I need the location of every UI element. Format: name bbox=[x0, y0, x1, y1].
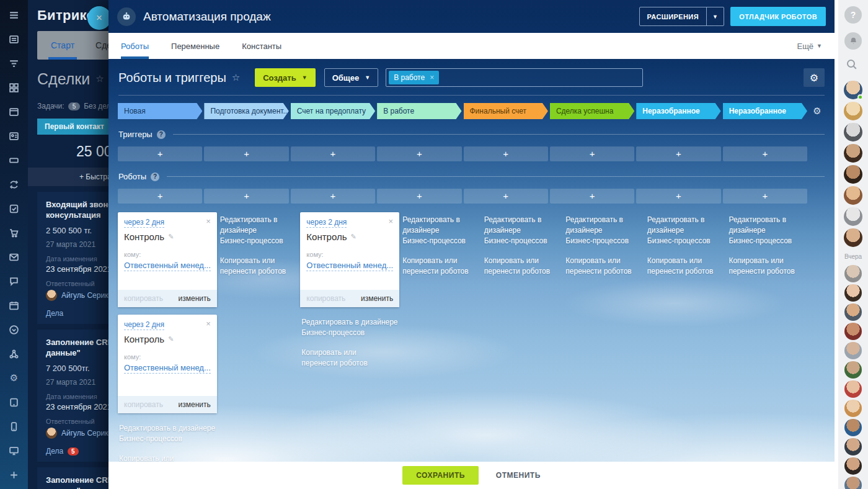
deal-title[interactable]: Входящий звонок, первичная консультация bbox=[46, 199, 108, 220]
user-avatar[interactable] bbox=[844, 380, 862, 398]
robot-delay-link[interactable]: через 2 дня bbox=[124, 320, 164, 330]
user-avatar[interactable] bbox=[844, 81, 862, 99]
robot-card[interactable]: через 2 дня× Контроль✎ кому: Отвественны… bbox=[118, 315, 217, 413]
delete-robot-icon[interactable]: × bbox=[389, 218, 394, 225]
user-avatar[interactable] bbox=[844, 342, 862, 359]
feed-icon[interactable] bbox=[8, 33, 20, 45]
responsible-name[interactable]: Айгуль Серикбаева bbox=[61, 291, 108, 300]
tasks-icon[interactable] bbox=[8, 202, 20, 215]
tab-constants[interactable]: Константы bbox=[242, 33, 281, 59]
stage-chip[interactable]: Подготовка документ... bbox=[204, 103, 288, 119]
filter-search-input[interactable]: В работе× bbox=[386, 68, 643, 87]
copy-or-move-link[interactable]: Копировать или bbox=[565, 256, 643, 266]
network-icon[interactable] bbox=[8, 348, 20, 360]
close-slider-button[interactable]: × bbox=[87, 6, 111, 30]
user-avatar[interactable] bbox=[844, 186, 862, 205]
delete-robot-icon[interactable]: × bbox=[206, 320, 211, 328]
help-icon[interactable]: ? bbox=[157, 130, 166, 139]
contacts-icon[interactable] bbox=[8, 130, 20, 142]
extensions-button[interactable]: РАСШИРЕНИЯ ▼ bbox=[639, 7, 725, 26]
menu-icon[interactable] bbox=[8, 9, 20, 21]
help-button[interactable]: ? bbox=[844, 6, 862, 24]
filter-icon[interactable] bbox=[8, 57, 20, 70]
user-avatar[interactable] bbox=[844, 323, 862, 340]
add-trigger-button[interactable]: + bbox=[204, 146, 288, 161]
add-trigger-button[interactable]: + bbox=[377, 146, 461, 161]
stages-settings-icon[interactable]: ⚙ bbox=[809, 103, 825, 119]
deal-card[interactable]: Заполнение CRM-формы "Контактные данные"… bbox=[37, 330, 108, 462]
more-menu[interactable]: Ещё▼ bbox=[797, 33, 822, 59]
user-avatar[interactable] bbox=[844, 457, 862, 475]
activities-link[interactable]: Дела bbox=[46, 447, 63, 455]
mobile-icon[interactable] bbox=[8, 420, 20, 433]
edit-in-designer-link[interactable]: Редактировать в дизайнере bbox=[728, 215, 806, 236]
add-robot-button[interactable]: + bbox=[464, 189, 548, 204]
responsible-name[interactable]: Айгуль Серикбаева bbox=[61, 429, 108, 437]
stage-chip[interactable]: Неразобранное bbox=[636, 103, 720, 119]
edit-pencil-icon[interactable]: ✎ bbox=[168, 233, 174, 241]
quick-deal-button[interactable]: + Быстрая bbox=[28, 168, 108, 186]
edit-in-designer-link[interactable]: Редактировать в дизайнере bbox=[647, 215, 725, 236]
deal-title[interactable]: Заполнение CRM-формы "Контактные данные" bbox=[46, 475, 108, 489]
remove-chip-icon[interactable]: × bbox=[430, 73, 434, 82]
robot-card[interactable]: через 2 дня× Контроль✎ кому: Отвественны… bbox=[118, 212, 217, 307]
stage-chip[interactable]: Сделка успешна bbox=[550, 103, 634, 119]
cancel-button[interactable]: ОТМЕНИТЬ bbox=[496, 471, 541, 480]
create-button[interactable]: Создать▼ bbox=[255, 68, 315, 87]
save-button[interactable]: СОХРАНИТЬ bbox=[402, 466, 479, 485]
edit-in-designer-link[interactable]: Редактировать в дизайнере bbox=[301, 317, 398, 328]
edit-in-designer-link[interactable]: Редактировать в дизайнере bbox=[484, 215, 562, 236]
user-avatar[interactable] bbox=[844, 438, 862, 455]
edit-in-designer-link[interactable]: Редактировать в дизайнере bbox=[119, 423, 216, 434]
user-avatar[interactable] bbox=[844, 284, 862, 302]
copy-robot-button[interactable]: копировать bbox=[124, 400, 163, 409]
copy-robot-button[interactable]: копировать bbox=[306, 294, 345, 303]
apps-grid-icon[interactable] bbox=[8, 81, 20, 94]
stage-chip[interactable]: Счет на предоплату bbox=[291, 103, 375, 119]
robot-name[interactable]: Контроль bbox=[124, 334, 164, 344]
user-avatar[interactable] bbox=[844, 144, 862, 163]
robot-recipient-link[interactable]: Отвественный менед... bbox=[124, 363, 211, 374]
add-trigger-button[interactable]: + bbox=[550, 146, 634, 161]
stage-chip[interactable]: Финальный счет bbox=[464, 103, 548, 119]
robot-delay-link[interactable]: через 2 дня bbox=[306, 218, 347, 228]
add-trigger-button[interactable]: + bbox=[636, 146, 720, 161]
copy-or-move-link[interactable]: Копировать или bbox=[728, 256, 806, 266]
add-trigger-button[interactable]: + bbox=[291, 146, 375, 161]
edit-robot-button[interactable]: изменить bbox=[179, 294, 211, 303]
robot-recipient-link[interactable]: Отвественный менед... bbox=[124, 261, 211, 271]
add-icon[interactable] bbox=[8, 469, 20, 481]
updates-icon[interactable] bbox=[8, 323, 20, 336]
add-robot-button[interactable]: + bbox=[723, 189, 807, 204]
copy-or-move-link[interactable]: Копировать или bbox=[220, 256, 298, 266]
user-avatar[interactable] bbox=[844, 361, 862, 379]
tab-start[interactable]: Старт bbox=[51, 31, 74, 60]
add-robot-button[interactable]: + bbox=[204, 189, 288, 204]
edit-in-designer-link[interactable]: Редактировать в дизайнере bbox=[220, 215, 298, 236]
robot-name[interactable]: Контроль bbox=[124, 231, 164, 242]
stage-chip[interactable]: Неразобранное bbox=[723, 103, 807, 119]
robot-delay-link[interactable]: через 2 дня bbox=[124, 218, 164, 228]
user-avatar[interactable] bbox=[844, 265, 862, 282]
user-avatar[interactable] bbox=[844, 102, 862, 120]
settings-icon[interactable]: ⚙ bbox=[8, 372, 20, 384]
chat-icon[interactable] bbox=[8, 275, 20, 287]
add-robot-button[interactable]: + bbox=[550, 189, 634, 204]
delete-robot-icon[interactable]: × bbox=[206, 218, 211, 225]
help-icon[interactable]: ? bbox=[151, 173, 159, 181]
filter-chip[interactable]: В работе× bbox=[389, 71, 439, 84]
copy-or-move-link[interactable]: Копировать или bbox=[647, 256, 725, 266]
storage-icon[interactable] bbox=[8, 154, 20, 166]
desktop-icon[interactable] bbox=[8, 444, 20, 457]
robot-debugger-button[interactable]: ОТЛАДЧИК РОБОТОВ bbox=[730, 7, 826, 26]
sync-icon[interactable] bbox=[8, 178, 20, 191]
tab-deals[interactable]: Сделки bbox=[95, 31, 108, 60]
user-avatar[interactable] bbox=[844, 400, 862, 417]
tab-robots[interactable]: Роботы bbox=[121, 33, 149, 59]
stage-chip[interactable]: Новая bbox=[118, 103, 202, 119]
activities-link[interactable]: Дела bbox=[46, 309, 63, 318]
filter-settings-button[interactable]: ⚙ bbox=[804, 68, 825, 87]
user-avatar[interactable] bbox=[844, 303, 862, 321]
cart-icon[interactable] bbox=[8, 227, 20, 239]
user-avatar[interactable] bbox=[844, 123, 862, 141]
